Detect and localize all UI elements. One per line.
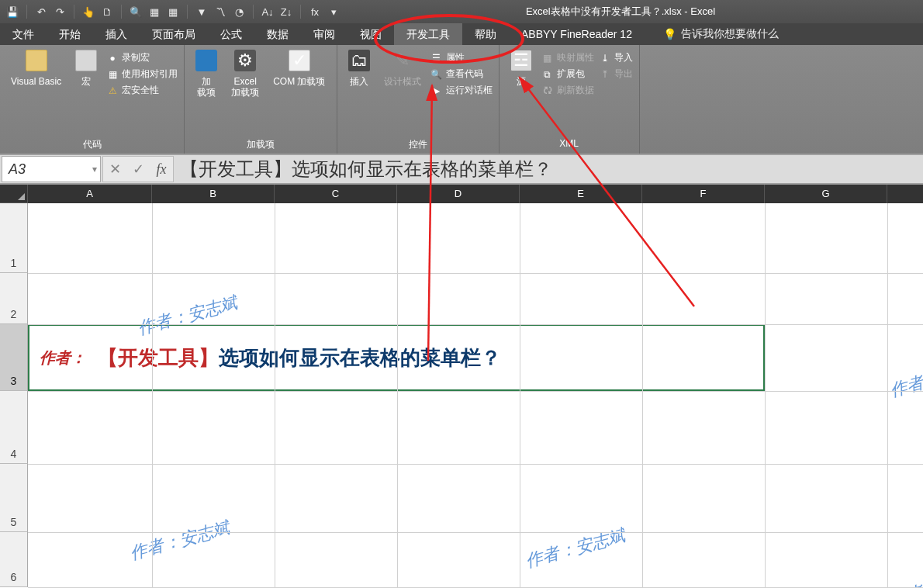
- view-code-button[interactable]: 🔍查看代码: [430, 67, 493, 81]
- touch-mode-icon[interactable]: 👆: [82, 5, 95, 18]
- column-headers: ABCDEFG: [28, 185, 923, 203]
- sheet2-icon[interactable]: ▦: [167, 5, 179, 18]
- tab-page-layout[interactable]: 页面布局: [140, 23, 208, 45]
- import-icon: ⤓: [599, 52, 611, 64]
- ribbon: Visual Basic 宏 ●录制宏 ▦使用相对引用 ⚠宏安全性 代码 加 载…: [0, 45, 923, 154]
- tab-formulas[interactable]: 公式: [208, 23, 254, 45]
- properties-button[interactable]: ☰属性: [430, 51, 493, 64]
- visual-basic-button[interactable]: Visual Basic: [6, 48, 66, 88]
- tab-data[interactable]: 数据: [254, 23, 301, 45]
- tab-file[interactable]: 文件: [0, 23, 47, 45]
- filter-icon[interactable]: ▼: [195, 5, 208, 18]
- select-all-corner[interactable]: [0, 185, 28, 203]
- com-addin-icon: ✓: [289, 50, 310, 71]
- group-label-xml: XML: [506, 138, 633, 152]
- group-addins: 加 载项 ⚙Excel 加载项 ✓COM 加载项 加载项: [185, 45, 337, 154]
- addins-button[interactable]: 加 载项: [191, 48, 222, 99]
- cell-area[interactable]: 【开发工具】选项如何显示在表格的菜单栏？ 作者： 作者：安志斌 作者：安志斌 作…: [28, 203, 923, 588]
- xml-import-button[interactable]: ⤓导入: [599, 51, 633, 64]
- dropdown-icon[interactable]: ▾: [327, 5, 340, 18]
- tell-me-search[interactable]: 💡 告诉我你想要做什么: [663, 27, 779, 41]
- export-icon: ⤒: [599, 68, 611, 81]
- pie-icon[interactable]: ◔: [233, 5, 245, 18]
- undo-icon[interactable]: ↶: [35, 5, 47, 18]
- lightbulb-icon: 💡: [663, 28, 676, 40]
- cell-rest: 选项如何显示在表格的菜单栏？: [219, 344, 501, 372]
- watermark-5: 作者：安志斌: [887, 562, 923, 588]
- print-preview-icon[interactable]: 🔍: [130, 5, 142, 18]
- shield-icon: ⚠: [106, 85, 119, 97]
- com-addins-button[interactable]: ✓COM 加载项: [268, 48, 330, 88]
- tab-view[interactable]: 视图: [347, 23, 394, 45]
- macros-button[interactable]: 宏: [71, 48, 102, 88]
- tab-help[interactable]: 帮助: [462, 23, 509, 45]
- formula-bar: A3 ✕ ✓ fx 【开发工具】选项如何显示在表格的菜单栏？: [0, 154, 923, 185]
- properties-icon: ☰: [430, 52, 443, 64]
- design-mode-icon: ✎: [392, 50, 413, 71]
- save-icon[interactable]: 💾: [6, 5, 19, 18]
- column-header-G[interactable]: G: [765, 185, 887, 203]
- record-macro-button[interactable]: ●录制宏: [106, 51, 178, 64]
- column-header-B[interactable]: B: [152, 185, 275, 203]
- refresh-icon: 🗘: [541, 85, 554, 97]
- design-mode-button[interactable]: ✎设计模式: [379, 48, 426, 88]
- column-header-C[interactable]: C: [275, 185, 397, 203]
- watermark-3: 作者：安志斌: [127, 516, 232, 565]
- formula-bar-buttons: ✕ ✓ fx: [102, 156, 174, 182]
- column-header-E[interactable]: E: [520, 185, 642, 203]
- row-header-3[interactable]: 3: [0, 324, 28, 391]
- active-cell-content: 【开发工具】选项如何显示在表格的菜单栏？: [28, 324, 501, 391]
- redo-icon[interactable]: ↷: [54, 5, 66, 18]
- run-dialog-button[interactable]: ▶运行对话框: [430, 84, 493, 97]
- column-header-D[interactable]: D: [397, 185, 520, 203]
- map-properties-button[interactable]: ▦映射属性: [541, 51, 594, 64]
- tab-home[interactable]: 开始: [47, 23, 93, 45]
- insert-control-button[interactable]: 🗂插入: [344, 48, 375, 88]
- tab-insert[interactable]: 插入: [93, 23, 140, 45]
- tab-review[interactable]: 审阅: [301, 23, 347, 45]
- excel-addin-icon: ⚙: [234, 50, 256, 71]
- sheet1-icon[interactable]: ▦: [148, 5, 161, 18]
- formula-icon[interactable]: fx: [309, 5, 321, 18]
- quick-access-toolbar: 💾 ↶ ↷ 👆 🗋 🔍 ▦ ▦ ▼ 〽 ◔ A↓ Z↓ fx ▾: [0, 5, 346, 19]
- sort-asc-icon[interactable]: A↓: [261, 5, 274, 18]
- excel-addins-button[interactable]: ⚙Excel 加载项: [226, 48, 264, 99]
- expansion-icon: ⧉: [541, 68, 554, 81]
- xml-export-button[interactable]: ⤒导出: [599, 67, 633, 81]
- new-icon[interactable]: 🗋: [101, 5, 113, 18]
- macros-icon: [75, 50, 97, 71]
- watermark-2: 作者：安志斌: [887, 353, 923, 402]
- row-header-2[interactable]: 2: [0, 273, 28, 324]
- author-prefix: 作者：: [28, 324, 86, 391]
- group-label-controls: 控件: [344, 138, 493, 152]
- macro-security-button[interactable]: ⚠宏安全性: [106, 84, 178, 97]
- row-header-4[interactable]: 4: [0, 391, 28, 464]
- title-bar: 💾 ↶ ↷ 👆 🗋 🔍 ▦ ▦ ▼ 〽 ◔ A↓ Z↓ fx ▾ Excel表格…: [0, 0, 923, 23]
- group-controls: 🗂插入 ✎设计模式 ☰属性 🔍查看代码 ▶运行对话框 控件: [337, 45, 500, 154]
- tell-me-label: 告诉我你想要做什么: [681, 27, 779, 41]
- spreadsheet-grid[interactable]: ABCDEFG 123456 【开发工具】选项如何显示在表格的菜单栏？ 作者： …: [0, 185, 923, 588]
- sort-desc-icon[interactable]: Z↓: [280, 5, 292, 18]
- enter-icon[interactable]: ✓: [126, 156, 150, 182]
- column-header-F[interactable]: F: [642, 185, 765, 203]
- cancel-icon[interactable]: ✕: [103, 156, 126, 182]
- addin-icon: [195, 50, 217, 71]
- window-title: Excel表格中没有开发者工具？.xlsx - Excel: [526, 5, 715, 19]
- tab-abbyy[interactable]: ABBYY FineReader 12: [509, 23, 645, 45]
- column-header-A[interactable]: A: [28, 185, 152, 203]
- xml-source-button[interactable]: ☲源: [506, 48, 537, 88]
- chart-icon[interactable]: 〽: [214, 5, 226, 18]
- row-header-5[interactable]: 5: [0, 464, 28, 532]
- row-header-6[interactable]: 6: [0, 532, 28, 587]
- group-code: Visual Basic 宏 ●录制宏 ▦使用相对引用 ⚠宏安全性 代码: [0, 45, 185, 154]
- name-box[interactable]: A3: [2, 156, 101, 182]
- tab-developer[interactable]: 开发工具: [394, 23, 462, 45]
- view-code-icon: 🔍: [430, 68, 443, 81]
- refresh-data-button[interactable]: 🗘刷新数据: [541, 84, 594, 97]
- expansion-packs-button[interactable]: ⧉扩展包: [541, 67, 594, 81]
- formula-input[interactable]: 【开发工具】选项如何显示在表格的菜单栏？: [174, 156, 923, 182]
- use-relative-button[interactable]: ▦使用相对引用: [106, 67, 178, 81]
- visual-basic-icon: [26, 50, 47, 71]
- fx-icon[interactable]: fx: [150, 156, 173, 182]
- row-header-1[interactable]: 1: [0, 203, 28, 273]
